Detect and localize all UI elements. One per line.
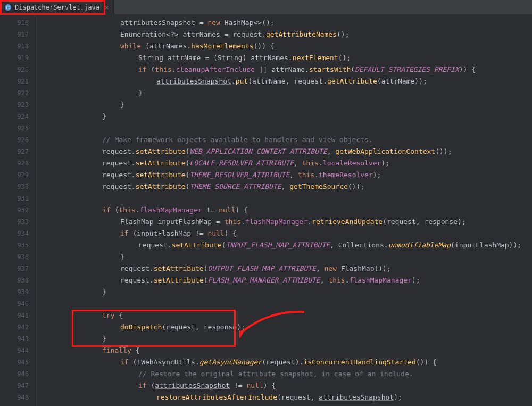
line-number: 919 (0, 52, 29, 64)
line-number: 920 (0, 64, 29, 76)
line-number: 916 (0, 17, 29, 29)
code-line[interactable]: } (48, 286, 532, 298)
code-editor[interactable]: 9169179189199209219229239249259269279289… (0, 15, 532, 406)
line-number: 924 (0, 111, 29, 122)
code-line[interactable]: attributesSnapshot.put(attrName, request… (48, 76, 532, 87)
line-number-gutter: 9169179189199209219229239249259269279289… (0, 15, 33, 406)
code-area[interactable]: attributesSnapshot = new HashMap<>();Enu… (45, 15, 532, 406)
code-line[interactable]: if (!WebAsyncUtils.getAsyncManager(reque… (48, 357, 532, 368)
line-number: 940 (0, 298, 29, 310)
code-line[interactable]: // Make framework objects available to h… (48, 134, 532, 146)
close-icon[interactable]: × (105, 4, 109, 11)
line-number: 947 (0, 380, 29, 392)
line-number: 944 (0, 345, 29, 357)
line-number: 927 (0, 146, 29, 158)
line-number: 932 (0, 204, 29, 216)
code-line[interactable]: request.setAttribute(LOCALE_RESOLVER_ATT… (48, 158, 532, 169)
line-number: 946 (0, 368, 29, 380)
line-number: 931 (0, 193, 29, 204)
code-line[interactable]: request.setAttribute(WEB_APPLICATION_CON… (48, 146, 532, 158)
line-number: 948 (0, 392, 29, 403)
line-number: 918 (0, 40, 29, 52)
line-number: 939 (0, 286, 29, 298)
line-number: 929 (0, 169, 29, 181)
code-line[interactable]: } (48, 251, 532, 263)
fold-gutter (33, 15, 45, 406)
code-line[interactable]: restoreAttributesAfterInclude(request, a… (48, 392, 532, 403)
code-line[interactable]: } (48, 87, 532, 99)
code-line[interactable]: } (48, 333, 532, 345)
code-line[interactable]: } (48, 99, 532, 111)
line-number: 926 (0, 134, 29, 146)
line-number: 923 (0, 99, 29, 111)
line-number: 925 (0, 122, 29, 134)
code-line[interactable]: request.setAttribute(THEME_RESOLVER_ATTR… (48, 169, 532, 181)
code-line[interactable]: Enumeration<?> attrNames = request.getAt… (48, 29, 532, 40)
line-number: 935 (0, 239, 29, 251)
code-line[interactable]: try { (48, 310, 532, 321)
code-line[interactable]: request.setAttribute(FLASH_MAP_MANAGER_A… (48, 275, 532, 286)
code-line[interactable]: request.setAttribute(OUTPUT_FLASH_MAP_AT… (48, 263, 532, 275)
code-line[interactable] (48, 122, 532, 134)
code-line[interactable]: // Restore the original attribute snapsh… (48, 368, 532, 380)
line-number: 922 (0, 87, 29, 99)
line-number: 934 (0, 228, 29, 239)
svg-text:C: C (6, 5, 10, 10)
line-number: 943 (0, 333, 29, 345)
line-number: 945 (0, 357, 29, 368)
code-line[interactable]: request.setAttribute(INPUT_FLASH_MAP_ATT… (48, 239, 532, 251)
line-number: 930 (0, 181, 29, 193)
code-line[interactable]: attributesSnapshot = new HashMap<>(); (48, 17, 532, 29)
line-number: 936 (0, 251, 29, 263)
line-number: 921 (0, 76, 29, 87)
line-number: 941 (0, 310, 29, 321)
file-tab[interactable]: C DispatcherServlet.java × (0, 0, 114, 14)
line-number: 928 (0, 158, 29, 169)
line-number: 938 (0, 275, 29, 286)
code-line[interactable]: while (attrNames.hasMoreElements()) { (48, 40, 532, 52)
line-number: 942 (0, 321, 29, 333)
file-tab-label: DispatcherServlet.java (15, 4, 99, 11)
java-class-icon: C (4, 4, 12, 11)
code-line[interactable]: request.setAttribute(THEME_SOURCE_ATTRIB… (48, 181, 532, 193)
line-number: 937 (0, 263, 29, 275)
tab-bar: C DispatcherServlet.java × (0, 0, 532, 15)
line-number: 933 (0, 216, 29, 228)
code-line[interactable]: if (this.cleanupAfterInclude || attrName… (48, 64, 532, 76)
code-line[interactable]: if (attributesSnapshot != null) { (48, 380, 532, 392)
code-line[interactable]: if (inputFlashMap != null) { (48, 228, 532, 239)
code-line[interactable] (48, 298, 532, 310)
code-line[interactable]: FlashMap inputFlashMap = this.flashMapMa… (48, 216, 532, 228)
code-line[interactable]: } (48, 111, 532, 122)
code-line[interactable] (48, 193, 532, 204)
code-line[interactable]: if (this.flashMapManager != null) { (48, 204, 532, 216)
line-number: 917 (0, 29, 29, 40)
code-line[interactable]: finally { (48, 345, 532, 357)
code-line[interactable]: String attrName = (String) attrNames.nex… (48, 52, 532, 64)
code-line[interactable]: doDispatch(request, response); (48, 321, 532, 333)
